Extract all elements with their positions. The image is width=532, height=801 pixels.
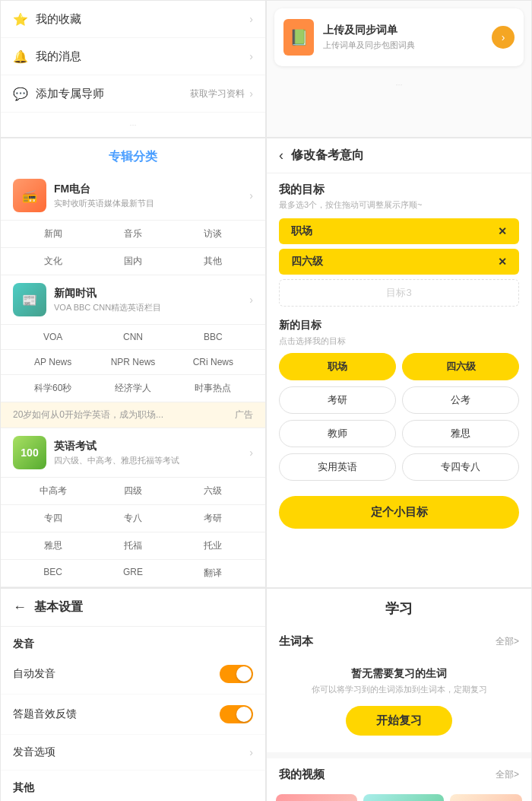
- target-slot3: 目标3: [279, 279, 519, 307]
- new-target-postgrad[interactable]: 考研: [279, 386, 396, 414]
- tag-cet6[interactable]: 六级: [173, 482, 253, 500]
- tag-bec[interactable]: BEC: [13, 564, 93, 582]
- tag-ielts[interactable]: 雅思: [13, 537, 93, 555]
- new-target-title: 新的目标: [279, 319, 519, 332]
- upload-sync-card[interactable]: 📗 上传及同步词单 上传词单及同步包图词典 ›: [274, 8, 524, 66]
- settings-back-button[interactable]: ←: [13, 599, 27, 615]
- tag-translate[interactable]: 翻译: [173, 564, 253, 582]
- vocab-more-btn[interactable]: 全部>: [496, 635, 519, 648]
- target-placeholder: 目标3: [386, 287, 411, 298]
- exam-item[interactable]: 100 英语考试 四六级、中高考、雅思托福等考试 ›: [1, 428, 265, 478]
- target-workplace-label: 职场: [291, 224, 312, 238]
- pronunciation-section: 发音: [1, 627, 265, 654]
- messages-label: 我的消息: [36, 49, 81, 64]
- auto-pronunciation-label: 自动发音: [13, 667, 55, 681]
- new-target-tes[interactable]: 专四专八: [402, 453, 519, 481]
- tag-economist[interactable]: 经济学人: [93, 380, 173, 397]
- other-title: 其他: [13, 781, 253, 795]
- tag-tes8[interactable]: 专八: [93, 510, 173, 527]
- target-cet-label: 四六级: [291, 255, 323, 269]
- add-tutor-item[interactable]: 💬 添加专属导师 获取学习资料 ›: [1, 75, 265, 113]
- tag-science[interactable]: 科学60秒: [13, 380, 93, 397]
- new-target-teacher[interactable]: 教师: [279, 420, 396, 447]
- video-thumb-1[interactable]: 😊: [276, 794, 357, 801]
- messages-item[interactable]: 🔔 我的消息 ›: [1, 38, 265, 75]
- exam-tags-row2: 专四 专八 考研: [1, 505, 265, 532]
- basic-settings-panel: ← 基本设置 发音 自动发音 答题音效反馈 发音选项 › 其他: [0, 588, 266, 801]
- video-thumb-3[interactable]: [450, 794, 522, 801]
- chevron-icon-3: ›: [249, 87, 253, 100]
- news-desc: VOA BBC CNN精选英语栏目: [54, 302, 242, 313]
- pronunciation-options-item[interactable]: 发音选项 ›: [1, 735, 265, 771]
- news-tags-row2: AP News NPR News CRi News: [1, 350, 265, 375]
- fm-tags-row1: 新闻 音乐 访谈: [1, 221, 265, 248]
- favorites-item[interactable]: ⭐ 我的收藏 ›: [1, 1, 265, 38]
- vocab-empty-state: 暂无需要复习的生词 你可以将学习到的生词添加到生词本，定期复习 开始复习: [267, 655, 531, 752]
- tag-other[interactable]: 其他: [173, 253, 253, 270]
- tag-current[interactable]: 时事热点: [173, 380, 253, 397]
- tag-domestic[interactable]: 国内: [93, 253, 173, 270]
- vocab-section: 生词本 全部> 暂无需要复习的生词 你可以将学习到的生词添加到生词本，定期复习 …: [267, 625, 531, 752]
- tag-postgrad[interactable]: 考研: [173, 510, 253, 527]
- tag-cnn[interactable]: CNN: [93, 329, 173, 345]
- sound-feedback-label: 答题音效反馈: [13, 707, 77, 721]
- news-tags-row3: 科学60秒 经济学人 时事热点: [1, 375, 265, 402]
- book-icon: 📗: [283, 19, 314, 56]
- tag-gre[interactable]: GRE: [93, 564, 173, 582]
- pronunciation-title: 发音: [13, 637, 253, 651]
- fm-name: FM电台: [54, 183, 242, 196]
- auto-pronunciation-toggle[interactable]: [220, 665, 253, 683]
- my-target-title: 我的目标: [279, 183, 519, 197]
- chevron-icon: ›: [249, 13, 253, 25]
- tag-bbc[interactable]: BBC: [173, 329, 253, 345]
- tag-culture[interactable]: 文化: [13, 253, 93, 270]
- new-target-ielts[interactable]: 雅思: [402, 420, 519, 447]
- tag-news[interactable]: 新闻: [13, 225, 93, 243]
- pronunciation-options-chevron: ›: [249, 746, 253, 758]
- remove-workplace-btn[interactable]: ✕: [498, 225, 507, 237]
- filler: ···: [1, 113, 265, 137]
- favorites-label: 我的收藏: [36, 12, 81, 27]
- ad-text: 20岁如何从0开始学英语，成为职场...: [13, 408, 163, 421]
- sync-panel: 📗 上传及同步词单 上传词单及同步包图词典 › ···: [266, 0, 532, 138]
- new-target-workplace[interactable]: 职场: [279, 353, 396, 380]
- confirm-target-button[interactable]: 定个小目标: [279, 496, 519, 529]
- sync-desc: 上传词单及同步包图词典: [323, 40, 483, 51]
- tag-music[interactable]: 音乐: [93, 225, 173, 243]
- video-thumb-2[interactable]: 🌿: [363, 794, 445, 801]
- tag-toefl[interactable]: 托福: [93, 537, 173, 555]
- back-button[interactable]: ‹: [279, 148, 283, 164]
- tag-nprnews[interactable]: NPR News: [93, 354, 173, 370]
- video-section: 我的视频 全部> 😊 🌿: [267, 758, 531, 801]
- my-target-subtitle: 最多选3个，按住拖动可调整展示序顺~: [279, 199, 519, 211]
- sound-feedback-toggle[interactable]: [220, 705, 253, 723]
- target-workplace[interactable]: 职场 ✕: [279, 218, 519, 244]
- add-tutor-label: 添加专属导师: [36, 87, 104, 101]
- tag-apnews[interactable]: AP News: [13, 354, 93, 370]
- video-more-btn[interactable]: 全部>: [496, 768, 519, 781]
- exam-tags-row1: 中高考 四级 六级: [1, 478, 265, 505]
- start-review-button[interactable]: 开始复习: [346, 706, 452, 736]
- exam-icon: 100: [13, 436, 46, 469]
- sync-arrow-btn[interactable]: ›: [492, 26, 515, 49]
- tag-tes4[interactable]: 专四: [13, 510, 93, 527]
- modify-target-panel: ‹ 修改备考意向 我的目标 最多选3个，按住拖动可调整展示序顺~ 职场 ✕ 四六…: [266, 138, 532, 588]
- new-target-practical[interactable]: 实用英语: [279, 453, 396, 481]
- album-section-title: 专辑分类: [1, 138, 265, 171]
- new-target-civil[interactable]: 公考: [402, 386, 519, 414]
- learn-title: 学习: [267, 589, 531, 625]
- new-target-sub: 点击选择我的目标: [279, 335, 519, 347]
- tag-cet4[interactable]: 四级: [93, 482, 173, 500]
- news-name: 新闻时讯: [54, 287, 242, 300]
- tag-crinews[interactable]: CRi News: [173, 354, 253, 370]
- news-item[interactable]: 📰 新闻时讯 VOA BBC CNN精选英语栏目 ›: [1, 275, 265, 325]
- new-target-cet[interactable]: 四六级: [402, 353, 519, 380]
- tutor-extra: 获取学习资料: [190, 87, 245, 100]
- tag-interview[interactable]: 访谈: [173, 225, 253, 243]
- tag-voa[interactable]: VOA: [13, 329, 93, 345]
- tag-zhongao[interactable]: 中高考: [13, 482, 93, 500]
- tag-toic[interactable]: 托业: [173, 537, 253, 555]
- remove-cet-btn[interactable]: ✕: [498, 256, 507, 268]
- fm-radio-item[interactable]: 📻 FM电台 实时收听英语媒体最新节目 ›: [1, 171, 265, 221]
- target-cet[interactable]: 四六级 ✕: [279, 249, 519, 275]
